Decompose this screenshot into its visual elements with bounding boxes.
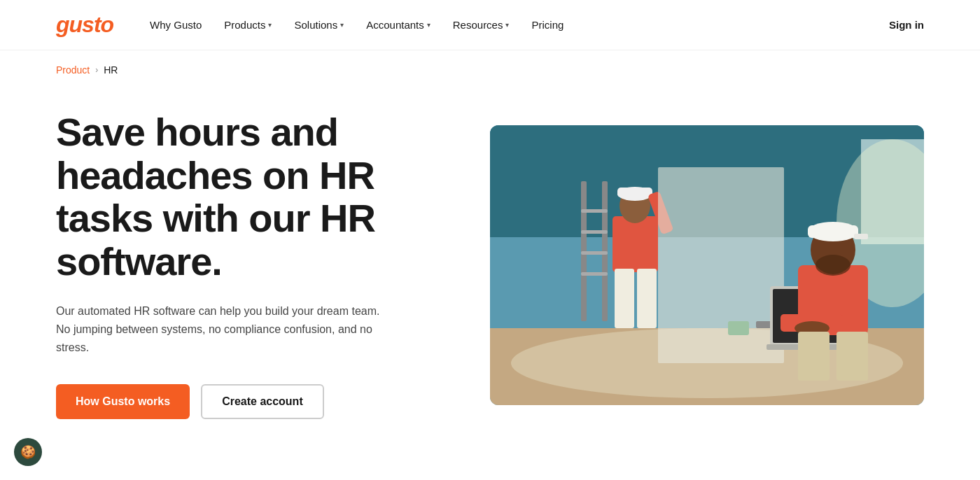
- svg-rect-18: [615, 269, 634, 328]
- nav-item-resources[interactable]: Resources ▾: [444, 13, 518, 36]
- nav-label-solutions: Solutions: [294, 19, 337, 31]
- hero-section: Save hours and headaches on HR tasks wit…: [0, 90, 980, 461]
- chevron-down-icon: ▾: [340, 21, 344, 29]
- chevron-down-icon: ▾: [427, 21, 430, 29]
- cookie-icon: 🍪: [20, 444, 36, 460]
- svg-rect-11: [581, 230, 608, 234]
- nav-item-why-gusto[interactable]: Why Gusto: [141, 13, 210, 36]
- svg-rect-34: [798, 332, 830, 381]
- hero-buttons: How Gusto works Create account: [56, 384, 448, 419]
- nav-label-accountants: Accountants: [366, 19, 424, 31]
- navigation: gusto Why Gusto Products ▾ Solutions ▾ A…: [0, 0, 980, 50]
- chevron-down-icon: ▾: [268, 21, 272, 29]
- nav-label-pricing: Pricing: [531, 19, 564, 31]
- nav-label-why-gusto: Why Gusto: [150, 19, 202, 31]
- svg-rect-29: [808, 225, 858, 238]
- svg-rect-30: [854, 234, 868, 239]
- svg-rect-19: [637, 269, 657, 328]
- hero-content: Save hours and headaches on HR tasks wit…: [56, 111, 448, 419]
- svg-point-31: [816, 255, 850, 276]
- nav-item-pricing[interactable]: Pricing: [523, 13, 572, 36]
- svg-rect-35: [836, 332, 868, 381]
- nav-item-solutions[interactable]: Solutions ▾: [286, 13, 352, 36]
- cookie-consent-button[interactable]: 🍪: [14, 438, 42, 466]
- svg-rect-13: [581, 272, 608, 276]
- chevron-down-icon: ▾: [505, 21, 509, 29]
- breadcrumb: Product › HR: [0, 50, 980, 90]
- svg-rect-12: [581, 251, 608, 255]
- svg-rect-17: [617, 188, 652, 197]
- svg-rect-21: [658, 167, 784, 363]
- hero-image: [490, 125, 924, 405]
- how-gusto-works-button[interactable]: How Gusto works: [56, 384, 190, 419]
- nav-items: Why Gusto Products ▾ Solutions ▾ Account…: [141, 13, 889, 36]
- nav-item-accountants[interactable]: Accountants ▾: [358, 13, 439, 36]
- hero-subtitle: Our automated HR software can help you b…: [56, 302, 392, 356]
- nav-item-products[interactable]: Products ▾: [216, 13, 280, 36]
- hero-image-container: [490, 125, 924, 405]
- svg-rect-10: [581, 209, 608, 213]
- breadcrumb-current: HR: [104, 64, 118, 76]
- nav-label-resources: Resources: [453, 19, 503, 31]
- breadcrumb-separator: ›: [95, 65, 98, 75]
- svg-rect-14: [612, 216, 658, 272]
- breadcrumb-parent[interactable]: Product: [56, 64, 90, 76]
- create-account-button[interactable]: Create account: [201, 384, 324, 419]
- signin-button[interactable]: Sign in: [889, 19, 924, 31]
- nav-label-products: Products: [224, 19, 265, 31]
- hero-title: Save hours and headaches on HR tasks wit…: [56, 111, 448, 283]
- logo[interactable]: gusto: [56, 12, 113, 38]
